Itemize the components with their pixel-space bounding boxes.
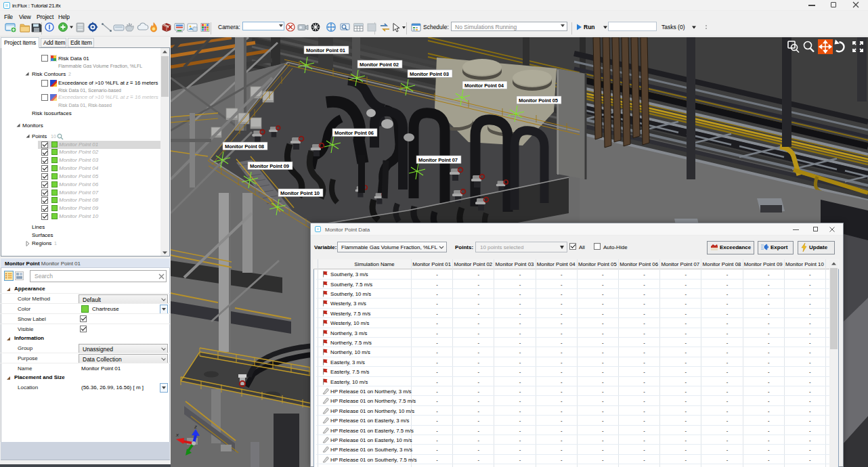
svg-text:Monitor Point 10: Monitor Point 10 — [280, 190, 320, 196]
svg-text:Monitor Point 06: Monitor Point 06 — [334, 130, 374, 136]
svg-text:Monitor Point 05: Monitor Point 05 — [519, 97, 559, 104]
svg-text:Monitor Point 09: Monitor Point 09 — [250, 163, 289, 169]
svg-text:z: z — [194, 424, 197, 430]
svg-text:Monitor Point 07: Monitor Point 07 — [418, 157, 458, 163]
svg-text:Monitor Point 04: Monitor Point 04 — [464, 83, 504, 89]
svg-text:Monitor Point 03: Monitor Point 03 — [410, 71, 449, 77]
svg-text:Monitor Point 01: Monitor Point 01 — [306, 47, 346, 53]
svg-text:Monitor Point 08: Monitor Point 08 — [225, 143, 264, 150]
svg-text:Monitor Point 02: Monitor Point 02 — [360, 62, 399, 68]
